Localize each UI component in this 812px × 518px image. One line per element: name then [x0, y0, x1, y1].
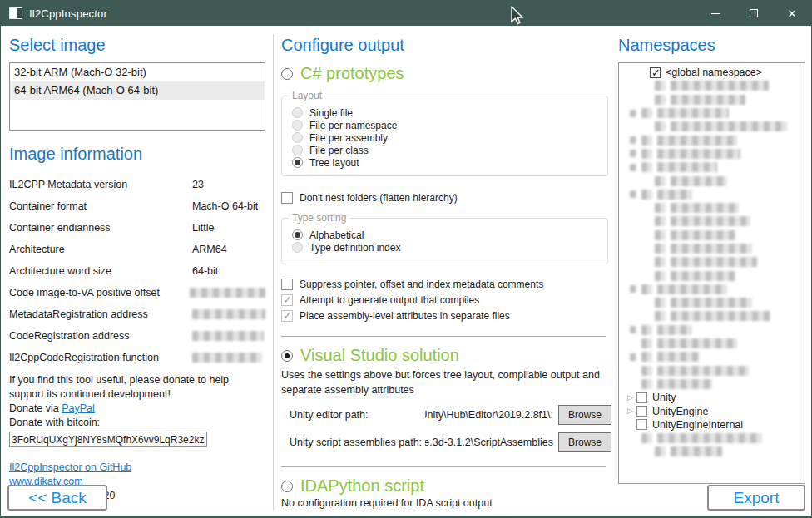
redacted-namespace-name [657, 162, 717, 172]
expand-arrow-icon[interactable] [624, 136, 636, 144]
redacted-checkbox [655, 311, 666, 321]
unity-editor-path-value[interactable]: :\Unity\Hub\Editor\2019.2.8f1 [425, 409, 553, 421]
option-row[interactable]: Tree layout [292, 156, 599, 169]
namespace-row-redacted[interactable] [619, 79, 805, 92]
radio-tree-layout[interactable] [292, 157, 303, 168]
redacted-namespace-name [671, 203, 739, 213]
expand-arrow-icon[interactable] [624, 285, 636, 293]
radio-file-per-class [292, 145, 303, 155]
namespace-label: <global namespace> [661, 67, 762, 78]
expand-arrow-icon[interactable] [624, 150, 636, 157]
namespace-row-redacted[interactable] [619, 432, 805, 445]
namespace-row[interactable]: UnityEngineInternal [619, 418, 805, 432]
namespace-row-redacted[interactable] [619, 283, 805, 296]
radio-single-file [292, 107, 303, 118]
namespace-row-redacted[interactable] [619, 337, 805, 350]
unity-editor-path-row: Unity editor path: :\Unity\Hub\Editor\20… [281, 405, 611, 425]
redacted-checkbox [641, 366, 652, 376]
expand-arrow-icon[interactable] [624, 164, 636, 171]
radio-type-definition-index [292, 242, 303, 253]
flatten-hierarchy-option[interactable]: Don't nest folders (flatten hierarchy) [281, 190, 611, 205]
namespace-row-redacted[interactable] [619, 120, 805, 133]
flatten-hierarchy-checkbox[interactable] [281, 192, 293, 204]
redacted-namespace-name [657, 352, 699, 362]
idapython-description: No configuration required for IDA script… [281, 497, 611, 509]
close-button[interactable]: ✕ [773, 1, 811, 26]
namespace-row-redacted[interactable] [619, 201, 805, 215]
namespace-row-redacted[interactable] [619, 364, 805, 377]
visual-studio-option[interactable]: Visual Studio solution [281, 346, 611, 365]
namespace-row-redacted[interactable] [619, 350, 805, 363]
namespace-row-redacted[interactable] [619, 309, 805, 323]
idapython-option[interactable]: IDAPython script [281, 476, 611, 496]
namespace-row-redacted[interactable] [619, 160, 805, 174]
bitcoin-address-input[interactable] [9, 432, 207, 447]
namespace-row-redacted[interactable] [619, 445, 805, 458]
expand-arrow-icon[interactable] [624, 326, 636, 333]
expand-arrow-icon[interactable] [624, 190, 636, 198]
idapython-label: IDAPython script [300, 476, 424, 496]
window-title: Il2CppInspector [29, 7, 107, 20]
namespace-row-redacted[interactable] [619, 188, 805, 201]
namespace-row-redacted[interactable] [619, 93, 805, 106]
option-row: File per assembly [292, 131, 599, 144]
namespace-row-redacted[interactable] [619, 255, 805, 269]
namespace-row-redacted[interactable] [619, 296, 805, 309]
image-info-row: IL2CPP Metadata version23 [9, 174, 265, 195]
image-info-row: CodeRegistration address [9, 325, 265, 347]
checkbox-row[interactable]: Suppress pointer, offset and index metad… [281, 276, 611, 292]
redacted-namespace-name [657, 433, 762, 443]
namespace-row-redacted[interactable] [619, 377, 805, 391]
namespace-checkbox[interactable] [650, 67, 661, 78]
namespace-row[interactable]: <global namespace> [619, 66, 805, 79]
namespace-row-redacted[interactable] [619, 242, 805, 255]
redacted-namespace-name [671, 121, 787, 131]
flatten-hierarchy-label: Don't nest folders (flatten hierarchy) [300, 192, 458, 204]
radio-file-per-assembly [292, 132, 303, 143]
namespace-row-redacted[interactable] [619, 133, 805, 146]
github-link[interactable]: Il2CppInspector on GitHub [9, 461, 131, 473]
csharp-prototypes-radio[interactable] [281, 68, 293, 80]
redacted-namespace-name [657, 190, 692, 200]
namespace-row-redacted[interactable] [619, 174, 805, 187]
option-row[interactable]: Alphabetical [292, 229, 599, 241]
expand-arrow-icon[interactable]: ▷ [624, 394, 636, 402]
namespace-checkbox[interactable] [636, 419, 647, 430]
export-button[interactable]: Export [707, 485, 805, 511]
namespace-row-redacted[interactable] [619, 147, 805, 160]
namespace-checkbox[interactable] [636, 392, 647, 403]
namespace-row-redacted[interactable] [619, 215, 805, 228]
configure-output-heading: Configure output [281, 36, 611, 55]
namespace-row-redacted[interactable] [619, 106, 805, 120]
minimize-button[interactable] [696, 1, 735, 26]
image-info-row: Il2CppCodeRegistration function [9, 347, 265, 368]
checkbox-suppress-pointer,[interactable] [281, 279, 293, 290]
unity-script-path-label: Unity script assemblies path: [281, 437, 425, 448]
option-label: File per assembly [309, 132, 388, 144]
checkbox-row: Attempt to generate output that compiles [281, 292, 611, 308]
unity-editor-browse-button[interactable]: Browse [558, 405, 611, 425]
triangle-glyph: ▷ [627, 394, 633, 402]
csharp-prototypes-option[interactable]: C# prototypes [281, 64, 611, 83]
paypal-link[interactable]: PayPal [62, 402, 95, 414]
expand-arrow-icon[interactable] [624, 353, 636, 361]
info-label: MetadataRegistration address [9, 308, 192, 320]
namespace-row-redacted[interactable] [619, 229, 805, 242]
visual-studio-radio[interactable] [281, 350, 293, 362]
radio-alphabetical[interactable] [292, 229, 303, 240]
namespace-row[interactable]: ▷UnityEngine [619, 404, 805, 417]
namespace-row[interactable]: ▷Unity [619, 391, 805, 404]
namespace-checkbox[interactable] [636, 406, 647, 417]
image-list-item[interactable]: 64-bit ARM64 (Mach-O 64-bit) [10, 81, 265, 100]
idapython-radio[interactable] [281, 481, 293, 492]
image-list-item[interactable]: 32-bit ARM (Mach-O 32-bit) [10, 63, 265, 81]
back-button[interactable]: << Back [7, 485, 107, 511]
namespace-row-redacted[interactable] [619, 269, 805, 282]
unity-script-browse-button[interactable]: Browse [558, 432, 611, 452]
unity-script-path-value[interactable]: ate.3d-3.1.2\ScriptAssemblies [425, 437, 553, 448]
redacted-checkbox [641, 108, 652, 118]
expand-arrow-icon[interactable] [624, 110, 636, 117]
namespace-row-redacted[interactable] [619, 323, 805, 337]
maximize-button[interactable] [735, 1, 773, 26]
expand-arrow-icon[interactable]: ▷ [624, 407, 636, 415]
